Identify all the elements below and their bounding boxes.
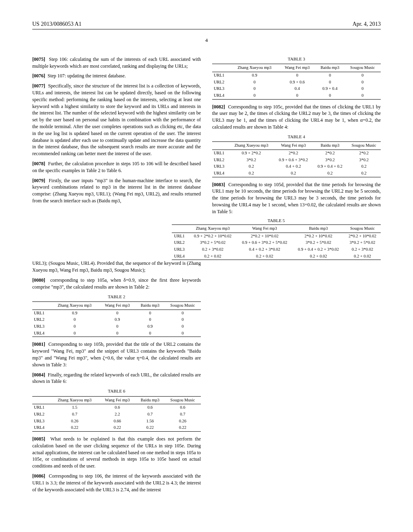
para-num: [0081] [32,341,45,347]
paragraph-0084: [0084] Finally, regarding the related ke… [32,372,201,385]
table-row: URL3000.90 [32,323,201,330]
table-2: TABLE 2 Zhang Xueyou mp3 Wang Fei mp3 Ba… [32,294,201,337]
para-text: Firstly, the user inputs "mp3" in the hu… [32,178,201,204]
table-row: URL23*0.20.9 + 0.6 + 3*0.23*0.23*0.2 [212,157,381,164]
table-row: URL30.2 + 3*0.020.4 + 0.2 + 3*0.020.9 + … [172,246,381,253]
table-row: URL40.2 + 0.020.2 + 0.020.2 + 0.020.2 + … [172,253,381,260]
col-header: Sougou Music [165,396,201,404]
paragraph-0083: [0083] Corresponding to step 105d, provi… [212,181,381,215]
para-num: [0080] [32,277,45,283]
col-header: Baidu mp3 [313,142,347,150]
col-header: Zhang Xueyou mp3 [50,302,99,310]
col-header: Wang Fei mp3 [99,396,136,404]
para-num: [0086] [32,473,45,479]
page-header: US 2013/0086053 A1 Apr. 4, 2013 [32,20,381,29]
publication-date: Apr. 4, 2013 [353,20,381,28]
paragraph-0075: [0075] Step 106: calculating the sum of … [32,56,201,70]
table-row: URL40000 [212,92,381,99]
col-header: Sougou Music [344,225,381,233]
col-header: Wang Fei mp3 [99,302,136,310]
col-header: Zhang Xueyou mp3 [230,64,279,72]
paragraph-0081: [0081] Corresponding to step 105b, provi… [32,341,201,368]
table-row: URL40000 [32,330,201,337]
para-text: Specifically, since the structure of the… [32,83,201,156]
col-header: Sougou Music [165,302,201,310]
para-num: [0077] [32,83,45,89]
table-row: URL200.9 + 0.600 [212,79,381,86]
para-num: [0084] [32,372,45,378]
paragraph-0076: [0076] Step 107: updating the interest d… [32,73,201,79]
para-num: [0083] [212,182,225,187]
patent-page: US 2013/0086053 A1 Apr. 4, 2013 4 [0075]… [0,0,413,532]
col-header: Zhang Xueyou mp3 [229,142,273,150]
col-header: Baidu mp3 [293,225,344,233]
table-row: URL23*0.2 + 5*0.020.9 + 0.6 + 3*0.2 + 5*… [172,239,381,246]
table-4: TABLE 4 Zhang Xueyou mp3 Wang Fei mp3 Ba… [212,134,381,177]
para-text: URL3); (Sougou Music, URL4). Provided th… [32,260,201,273]
para-text: Corresponding to step 105c, provided tha… [212,104,381,130]
para-text: Corresponding to step 105b, provided tha… [32,341,201,367]
paragraph-0078: [0078] Further, the calculation procedur… [32,160,201,174]
col-header: Sougou Music [347,142,381,150]
para-num: [0079] [32,178,45,183]
publication-number: US 2013/0086053 A1 [32,20,81,28]
paragraph-0079: [0079] Firstly, the user inputs "mp3" in… [32,177,201,204]
col-header: Baidu mp3 [136,302,164,310]
paragraph-0082: [0082] Corresponding to step 105c, provi… [212,104,381,131]
col-header: Sougou Music [344,64,381,72]
col-header: Zhang Xueyou mp3 [189,225,236,233]
para-num: [0082] [212,104,225,110]
table-row: URL10.9000 [212,72,381,79]
table-row: URL20.72.20.70.7 [32,411,201,418]
col-header: Baidu mp3 [315,64,344,72]
two-column-body: [0075] Step 106: calculating the sum of … [32,56,381,503]
col-header: Wang Fei mp3 [274,142,313,150]
para-text: What needs to be explained is that this … [32,436,201,469]
table-6: TABLE 6 Zhang Xueyou mp3 Wang Fei mp3 Ba… [32,388,201,432]
table-5-full: TABLE 5 Zhang Xueyou mp3 Wang Fei mp3 Ba… [32,215,381,260]
table-row: URL300.40.9 + 0.40 [212,85,381,92]
para-num: [0075] [32,56,45,62]
para-text: Further, the calculation procedure in st… [32,161,201,173]
table-caption: TABLE 2 [32,294,201,300]
para-text: Step 106: calculating the sum of the int… [32,56,201,69]
paragraph-0077: [0077] Specifically, since the structure… [32,83,201,157]
para-num: [0078] [32,161,45,166]
table-caption: TABLE 5 [172,218,381,224]
table-row: URL30.260.661.560.26 [32,418,201,425]
col-header: Baidu mp3 [136,396,164,404]
table-row: URL10.9000 [32,310,201,316]
table-row: URL10.9 + 2*0.22*0.22*0.22*0.2 [212,150,381,156]
col-header: Wang Fei mp3 [236,225,292,233]
para-num: [0085] [32,436,45,442]
para-text: Finally, regarding the related keywords … [32,372,201,384]
table-row: URL10.9 + 2*0.2 + 10*0.022*0.2 + 10*0.02… [172,233,381,239]
table-caption: TABLE 3 [212,56,381,62]
table-row: URL11.50.60.60.6 [32,404,201,411]
table-row: URL40.20.20.20.2 [212,170,381,177]
para-text: Corresponding to step 105d, provided tha… [212,182,381,214]
para-num: [0076] [32,73,45,79]
table-caption: TABLE 6 [32,388,201,394]
table-3: TABLE 3 Zhang Xueyou mp3 Wang Fei mp3 Ba… [212,56,381,100]
paragraph-cont: URL3); (Sougou Music, URL4). Provided th… [32,260,201,274]
page-number: 4 [32,37,381,44]
table-row: URL40.220.220.220.22 [32,424,201,431]
para-text: Step 107: updating the interest database… [48,73,126,79]
table-row: URL200.900 [32,316,201,323]
para-text: corresponding to step 105a, when δ=0.9, … [32,277,201,290]
paragraph-0080: [0080] corresponding to step 105a, when … [32,277,201,291]
col-header: Wang Fei mp3 [279,64,315,72]
paragraph-0086: [0086] Corresponding to step 106, the in… [32,473,201,493]
para-text: Corresponding to step 106, the interest … [32,473,201,493]
table-caption: TABLE 4 [212,134,381,140]
table-row: URL30.20.4 + 0.20.9 + 0.4 + 0.20.2 [212,163,381,170]
paragraph-0085: [0085] What needs to be explained is tha… [32,436,201,470]
col-header: Zhang Xueyou mp3 [50,396,99,404]
